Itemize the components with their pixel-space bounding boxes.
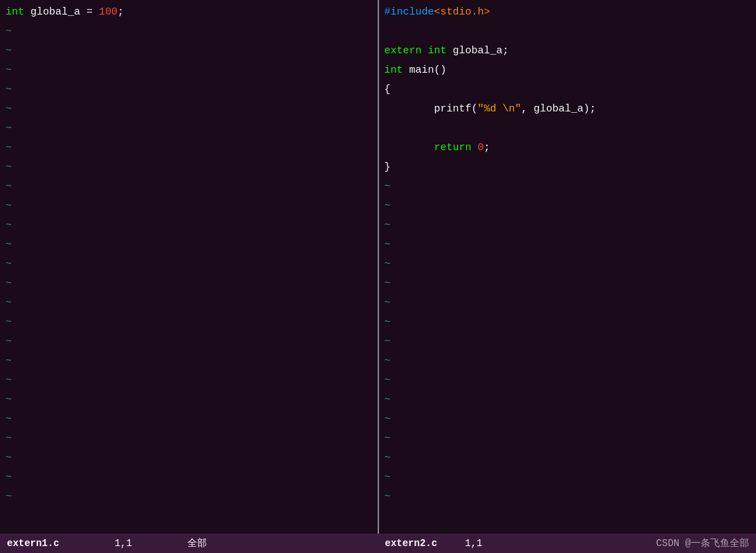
code-line: extern int global_a; [385,42,751,61]
preproc-include: #include [385,3,434,22]
csdn-watermark: CSDN @一条飞鱼全部 [656,537,749,550]
code-line: int global_a = 100 ; [6,3,372,22]
keyword-int: int [6,3,24,22]
tilde-line: ~ [6,22,372,42]
tilde-line: ~ [6,293,372,313]
status-right: extern2.c 1,1 CSDN @一条飞鱼全部 [378,537,757,550]
tilde-line: ~ [6,100,372,119]
tilde-line: ~ [385,487,751,507]
tilde-line: ~ [6,235,372,255]
number-100: 100 [99,3,118,22]
string-literal: "%d \n" [478,100,522,119]
left-pane[interactable]: int global_a = 100 ; ~ ~ ~ ~ ~ ~ ~ ~ ~ ~… [0,0,379,534]
tilde-line: ~ [6,42,372,61]
tilde-line: ~ [6,274,372,293]
tilde-line: ~ [385,177,751,197]
tilde-line: ~ [6,390,372,410]
include-file: <stdio.h> [434,3,490,22]
tilde-line: ~ [6,80,372,100]
tilde-line: ~ [6,119,372,138]
tilde-line: ~ [6,61,372,80]
status-left: extern1.c 1,1 全部 [0,537,378,550]
left-position: 1,1 [115,538,132,549]
keyword-int2: int [385,61,403,80]
tilde-line: ~ [385,216,751,235]
tilde-line: ~ [385,274,751,293]
tilde-line: ~ [385,235,751,255]
statusbar: extern1.c 1,1 全部 extern2.c 1,1 CSDN @一条飞… [0,534,756,553]
code-line: #include <stdio.h> [385,3,751,22]
code-line: } [385,158,751,177]
code-line: return 0 ; [385,138,751,158]
tilde-line: ~ [6,410,372,429]
code-line: printf( "%d \n" , global_a); [385,100,751,119]
left-mode: 全部 [187,537,207,550]
number-0: 0 [478,138,484,158]
tilde-line: ~ [6,138,372,158]
code-line [385,119,751,138]
tilde-line: ~ [6,216,372,235]
right-filename: extern2.c [385,538,438,549]
left-filename: extern1.c [7,538,59,549]
tilde-line: ~ [6,177,372,197]
tilde-line: ~ [6,352,372,371]
tilde-line: ~ [6,448,372,468]
tilde-line: ~ [385,390,751,410]
code-line: int main() [385,61,751,80]
tilde-line: ~ [385,429,751,448]
tilde-line: ~ [385,293,751,313]
keyword-int: int [428,42,447,61]
keyword-return: return [434,138,472,158]
tilde-line: ~ [6,371,372,390]
tilde-line: ~ [385,313,751,332]
tilde-line: ~ [385,371,751,390]
tilde-line: ~ [385,255,751,274]
right-pane[interactable]: #include <stdio.h> extern int global_a; … [379,0,757,534]
tilde-line: ~ [385,332,751,352]
keyword-extern: extern [385,42,422,61]
tilde-line: ~ [6,429,372,448]
tilde-line: ~ [6,197,372,216]
tilde-line: ~ [385,448,751,468]
tilde-line: ~ [6,255,372,274]
tilde-line: ~ [6,332,372,352]
tilde-line: ~ [385,352,751,371]
tilde-line: ~ [385,410,751,429]
code-line: { [385,80,751,100]
editor-container: int global_a = 100 ; ~ ~ ~ ~ ~ ~ ~ ~ ~ ~… [0,0,756,553]
code-line [385,22,751,42]
tilde-line: ~ [385,468,751,487]
right-position: 1,1 [465,538,482,549]
tilde-line: ~ [6,313,372,332]
tilde-line: ~ [6,158,372,177]
editor-panes: int global_a = 100 ; ~ ~ ~ ~ ~ ~ ~ ~ ~ ~… [0,0,756,534]
tilde-line: ~ [6,468,372,487]
tilde-line: ~ [6,487,372,507]
tilde-line: ~ [385,197,751,216]
